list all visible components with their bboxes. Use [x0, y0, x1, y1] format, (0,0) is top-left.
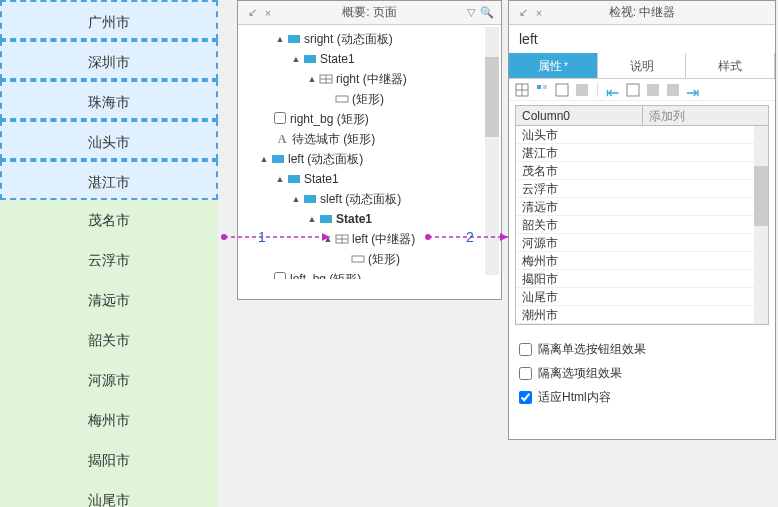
tree-node[interactable]: ▲left (动态面板) — [238, 149, 501, 169]
city-item-selected[interactable]: 珠海市 — [0, 80, 218, 120]
city-item[interactable]: 茂名市 — [0, 200, 218, 240]
repeater-dataset: Column0 添加列 汕头市 湛江市 茂名市 云浮市 清远市 韶关市 河源市 … — [515, 105, 769, 325]
table-row[interactable]: 汕尾市 — [516, 288, 768, 306]
tree-node[interactable]: ▲sright (动态面板) — [238, 29, 501, 49]
tree-node-selected[interactable]: ▲left (中继器) — [238, 229, 501, 249]
table-row[interactable]: 汕头市 — [516, 126, 768, 144]
tab-properties[interactable]: 属性* — [509, 53, 598, 78]
city-item-selected[interactable]: 深圳市 — [0, 40, 218, 80]
inspector-panel: ↙ × 检视: 中继器 left 属性* 说明 样式 ⇤ ⇥ Column0 添… — [508, 0, 776, 440]
grid-icon[interactable] — [575, 83, 589, 97]
svg-rect-5 — [336, 96, 348, 102]
repeater-toolbar: ⇤ ⇥ — [509, 79, 775, 101]
table-row[interactable]: 清远市 — [516, 198, 768, 216]
tree-node[interactable]: ▲State1 — [238, 209, 501, 229]
close-icon[interactable]: × — [260, 7, 276, 19]
svg-point-25 — [221, 234, 227, 240]
city-item[interactable]: 梅州市 — [0, 400, 218, 440]
tree-node[interactable]: A待选城市 (矩形) — [238, 129, 501, 149]
checkbox-label: 隔离选项组效果 — [538, 365, 622, 382]
svg-rect-23 — [647, 84, 659, 96]
tree-node[interactable]: right_bg (矩形) — [238, 109, 501, 129]
tree-node[interactable]: left_bg (矩形) — [238, 269, 501, 279]
repeater-options: 隔离单选按钮组效果 隔离选项组效果 适应Html内容 — [509, 329, 775, 417]
svg-rect-7 — [288, 175, 300, 183]
svg-rect-20 — [556, 84, 568, 96]
svg-rect-9 — [320, 215, 332, 223]
column-header[interactable]: Column0 — [516, 106, 643, 125]
city-item[interactable]: 韶关市 — [0, 320, 218, 360]
outline-title: 概要: 页面 — [276, 4, 463, 21]
table-row[interactable]: 茂名市 — [516, 162, 768, 180]
inspector-tabs: 属性* 说明 样式 — [509, 53, 775, 79]
tab-notes[interactable]: 说明 — [598, 53, 687, 78]
city-item[interactable]: 揭阳市 — [0, 440, 218, 480]
svg-rect-24 — [667, 84, 679, 96]
collapse-icon[interactable]: ↙ — [244, 6, 260, 19]
scrollbar-thumb[interactable] — [754, 166, 768, 226]
scrollbar[interactable] — [485, 27, 499, 275]
city-item[interactable]: 汕尾市 — [0, 480, 218, 507]
svg-rect-22 — [627, 84, 639, 96]
outline-panel: ↙ × 概要: 页面 ▽ 🔍 ▲sright (动态面板) ▲State1 ▲r… — [237, 0, 502, 300]
svg-rect-1 — [304, 55, 316, 63]
tree-node[interactable]: (矩形) — [238, 249, 501, 269]
close-icon[interactable]: × — [531, 7, 547, 19]
tree-node[interactable]: ▲State1 — [238, 169, 501, 189]
checkbox-label: 隔离单选按钮组效果 — [538, 341, 646, 358]
grid-icon[interactable] — [666, 83, 680, 97]
tab-style[interactable]: 样式 — [686, 53, 775, 78]
scrollbar-thumb[interactable] — [485, 57, 499, 137]
node-checkbox[interactable] — [274, 272, 286, 279]
scrollbar[interactable] — [754, 126, 768, 324]
svg-rect-13 — [352, 256, 364, 262]
tree-node[interactable]: (矩形) — [238, 89, 501, 109]
table-row[interactable]: 河源市 — [516, 234, 768, 252]
move-left-icon[interactable]: ⇤ — [606, 83, 620, 97]
fit-html-checkbox[interactable] — [519, 391, 532, 404]
grid-header: Column0 添加列 — [516, 106, 768, 126]
inspector-title: 检视: 中继器 — [547, 4, 737, 21]
checkbox-label: 适应Html内容 — [538, 389, 611, 406]
svg-rect-6 — [272, 155, 284, 163]
svg-rect-18 — [537, 85, 541, 89]
city-list: 广州市 深圳市 珠海市 汕头市 湛江市 茂名市 云浮市 清远市 韶关市 河源市 … — [0, 0, 218, 507]
move-right-icon[interactable]: ⇥ — [686, 83, 700, 97]
city-item[interactable]: 清远市 — [0, 280, 218, 320]
tree-node[interactable]: ▲right (中继器) — [238, 69, 501, 89]
table-row[interactable]: 梅州市 — [516, 252, 768, 270]
widget-name: left — [509, 25, 775, 53]
city-item-selected[interactable]: 广州市 — [0, 0, 218, 40]
city-item-selected[interactable]: 湛江市 — [0, 160, 218, 200]
city-item[interactable]: 云浮市 — [0, 240, 218, 280]
grid-body: 汕头市 湛江市 茂名市 云浮市 清远市 韶关市 河源市 梅州市 揭阳市 汕尾市 … — [516, 126, 768, 324]
inspector-header: ↙ × 检视: 中继器 — [509, 1, 775, 25]
city-item-selected[interactable]: 汕头市 — [0, 120, 218, 160]
isolate-select-checkbox[interactable] — [519, 367, 532, 380]
isolate-radio-checkbox[interactable] — [519, 343, 532, 356]
svg-rect-21 — [576, 84, 588, 96]
table-row[interactable]: 云浮市 — [516, 180, 768, 198]
city-item[interactable]: 河源市 — [0, 360, 218, 400]
search-icon[interactable]: 🔍 — [479, 6, 495, 19]
node-checkbox[interactable] — [274, 112, 286, 124]
grid-icon[interactable] — [515, 83, 529, 97]
add-column[interactable]: 添加列 — [643, 106, 769, 125]
add-row-icon[interactable] — [535, 83, 549, 97]
outline-header: ↙ × 概要: 页面 ▽ 🔍 — [238, 1, 501, 25]
tree-node[interactable]: ▲State1 — [238, 49, 501, 69]
filter-icon[interactable]: ▽ — [463, 6, 479, 19]
table-row[interactable]: 湛江市 — [516, 144, 768, 162]
svg-rect-0 — [288, 35, 300, 43]
svg-rect-8 — [304, 195, 316, 203]
table-row[interactable]: 韶关市 — [516, 216, 768, 234]
grid-icon[interactable] — [626, 83, 640, 97]
collapse-icon[interactable]: ↙ — [515, 6, 531, 19]
table-row[interactable]: 揭阳市 — [516, 270, 768, 288]
grid-icon[interactable] — [646, 83, 660, 97]
svg-rect-19 — [543, 85, 547, 89]
table-row[interactable]: 潮州市 — [516, 306, 768, 324]
tree-node[interactable]: ▲sleft (动态面板) — [238, 189, 501, 209]
outline-tree: ▲sright (动态面板) ▲State1 ▲right (中继器) (矩形)… — [238, 25, 501, 279]
grid-icon[interactable] — [555, 83, 569, 97]
